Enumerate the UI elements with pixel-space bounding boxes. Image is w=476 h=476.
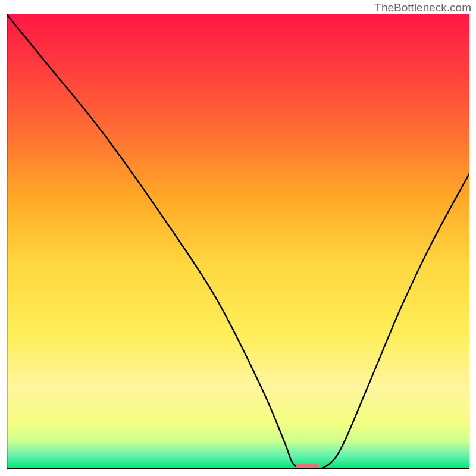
chart-container: [7, 14, 469, 469]
bottleneck-chart: [7, 14, 469, 469]
watermark-text: TheBottleneck.com: [374, 1, 471, 14]
optimal-marker: [296, 464, 319, 469]
chart-background: [7, 14, 469, 469]
